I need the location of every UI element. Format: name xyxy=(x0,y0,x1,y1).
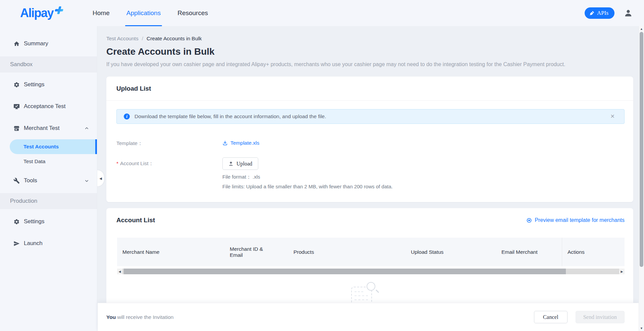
close-icon[interactable]: ✕ xyxy=(610,114,615,119)
gear-icon xyxy=(13,219,20,225)
tools-icon xyxy=(13,178,20,184)
column-email-merchant: Email Merchant xyxy=(496,249,562,255)
sidebar-item-summary[interactable]: Summary xyxy=(0,34,97,54)
scroll-left-icon[interactable]: ◀ xyxy=(117,270,122,273)
invitation-note: You will receive the Invitation xyxy=(106,314,173,320)
scroll-down-icon[interactable]: ▼ xyxy=(639,326,644,331)
preview-email-template-link[interactable]: Preview email template for merchants xyxy=(526,217,625,223)
required-mark: * xyxy=(116,160,118,166)
breadcrumb-test-accounts[interactable]: Test Accounts xyxy=(106,36,139,42)
breadcrumb: Test Accounts / Create Accounts in Bulk xyxy=(106,36,633,42)
vertical-scrollbar-thumb[interactable] xyxy=(640,32,643,267)
sidebar-item-merchant-test[interactable]: Merchant Test xyxy=(0,118,97,138)
eye-icon xyxy=(526,218,532,223)
cancel-button[interactable]: Cancel xyxy=(534,311,568,323)
logo-text: Alipay xyxy=(20,7,53,19)
template-link-label: Template.xls xyxy=(230,140,259,146)
info-banner: i Download the template file below, fill… xyxy=(116,109,625,124)
sidebar-item-label: Tools xyxy=(24,177,37,184)
horizontal-scrollbar-track[interactable] xyxy=(122,269,619,274)
horizontal-scrollbar-thumb[interactable] xyxy=(124,269,566,274)
footer-action-bar: You will receive the Invitation Cancel S… xyxy=(98,303,639,331)
column-actions: Actions xyxy=(562,238,620,266)
sidebar-item-label: Summary xyxy=(24,40,48,47)
alipay-logo[interactable]: Alipay xyxy=(20,7,63,19)
sidebar-item-launch[interactable]: Launch xyxy=(0,233,97,253)
sidebar-item-tools[interactable]: Tools xyxy=(0,171,97,191)
sidebar-item-label: Settings xyxy=(24,218,44,225)
upload-button[interactable]: Upload xyxy=(222,157,258,170)
file-limits-note: File limits: Upload a file smaller than … xyxy=(222,184,633,189)
sidebar-subitem-label: Test Data xyxy=(23,158,45,164)
account-list-row: *Account List： Upload File format： .xls … xyxy=(116,157,633,189)
chevron-up-icon xyxy=(85,126,89,131)
table-header-row: Merchant Name Merchant ID & Email Produc… xyxy=(117,238,625,266)
logo-plus-icon xyxy=(54,6,64,14)
sidebar-section-production: Production xyxy=(0,193,97,209)
account-list-label: *Account List： xyxy=(116,157,222,189)
sidebar-item-test-accounts[interactable]: Test Accounts xyxy=(10,139,97,154)
upload-list-card: Upload List i Download the template file… xyxy=(106,77,633,202)
nav-resources[interactable]: Resources xyxy=(176,0,209,26)
sidebar-section-label: Sandbox xyxy=(10,61,33,68)
apis-button[interactable]: APIs xyxy=(585,7,614,19)
apis-button-label: APIs xyxy=(597,10,608,16)
column-upload-status: Upload Status xyxy=(406,249,496,255)
page-title: Create Accounts in Bulk xyxy=(106,46,633,57)
upload-icon xyxy=(228,161,233,166)
paper-plane-icon xyxy=(13,240,20,247)
nav-home[interactable]: Home xyxy=(91,0,111,26)
app-window: Alipay Home Applications Resources APIs … xyxy=(0,0,644,331)
horizontal-scrollbar: ◀ ▶ xyxy=(117,269,625,274)
top-header: Alipay Home Applications Resources APIs xyxy=(0,0,644,26)
collapse-arrow-icon: ◀ xyxy=(99,177,102,180)
user-avatar-icon[interactable] xyxy=(624,9,633,17)
sidebar-item-label: Acceptance Test xyxy=(24,103,65,110)
upload-card-title: Upload List xyxy=(116,85,151,92)
upload-button-label: Upload xyxy=(236,161,252,167)
monitor-check-icon xyxy=(13,103,20,110)
column-products: Products xyxy=(288,249,406,255)
account-card-header: Account List Preview email template for … xyxy=(106,208,633,232)
magnifier-icon xyxy=(367,282,375,291)
breadcrumb-separator: / xyxy=(142,36,143,42)
store-icon xyxy=(13,125,20,132)
sidebar-subitem-label: Test Accounts xyxy=(23,144,59,150)
breadcrumb-current: Create Accounts in Bulk xyxy=(147,36,202,42)
home-icon xyxy=(13,41,20,47)
sidebar-item-label: Settings xyxy=(24,81,44,88)
scroll-right-icon[interactable]: ▶ xyxy=(619,270,625,273)
main-content: Test Accounts / Create Accounts in Bulk … xyxy=(98,26,639,331)
upload-card-header: Upload List xyxy=(106,77,633,101)
scroll-up-icon[interactable]: ▲ xyxy=(639,26,644,32)
vertical-scrollbar[interactable]: ▲ ▼ xyxy=(639,26,644,331)
template-label: Template： xyxy=(116,137,222,147)
plug-icon xyxy=(589,11,594,16)
template-download-link[interactable]: Template.xls xyxy=(222,137,259,146)
sidebar-item-settings-production[interactable]: Settings xyxy=(0,211,97,232)
sidebar-item-test-data[interactable]: Test Data xyxy=(0,154,97,169)
header-right: APIs xyxy=(585,7,633,19)
accounts-table: Merchant Name Merchant ID & Email Produc… xyxy=(117,238,625,274)
sidebar-section-label: Production xyxy=(10,198,37,204)
chevron-down-icon xyxy=(85,179,89,183)
download-icon xyxy=(222,140,228,146)
column-merchant-name: Merchant Name xyxy=(117,249,224,255)
send-invitation-button[interactable]: Send invitation xyxy=(576,311,625,323)
sidebar-item-acceptance-test[interactable]: Acceptance Test xyxy=(0,96,97,116)
file-format-note: File format： .xls xyxy=(222,174,633,180)
sidebar: Summary Sandbox Settings Acceptance Test… xyxy=(0,26,97,331)
nav-applications[interactable]: Applications xyxy=(125,0,162,26)
sidebar-item-label: Launch xyxy=(24,240,43,247)
sidebar-item-settings-sandbox[interactable]: Settings xyxy=(0,75,97,95)
sidebar-section-sandbox: Sandbox xyxy=(0,56,97,73)
info-icon: i xyxy=(124,113,130,120)
info-banner-text: Download the template file below, fill i… xyxy=(135,113,326,120)
preview-link-label: Preview email template for merchants xyxy=(535,217,625,223)
sidebar-item-label: Merchant Test xyxy=(24,125,59,132)
main-nav: Home Applications Resources xyxy=(91,0,223,26)
template-row: Template： Template.xls xyxy=(116,137,633,147)
gear-icon xyxy=(13,82,20,88)
page-description: If you have developed your own cashier p… xyxy=(106,61,633,67)
column-merchant-id-email: Merchant ID & Email xyxy=(224,246,288,258)
